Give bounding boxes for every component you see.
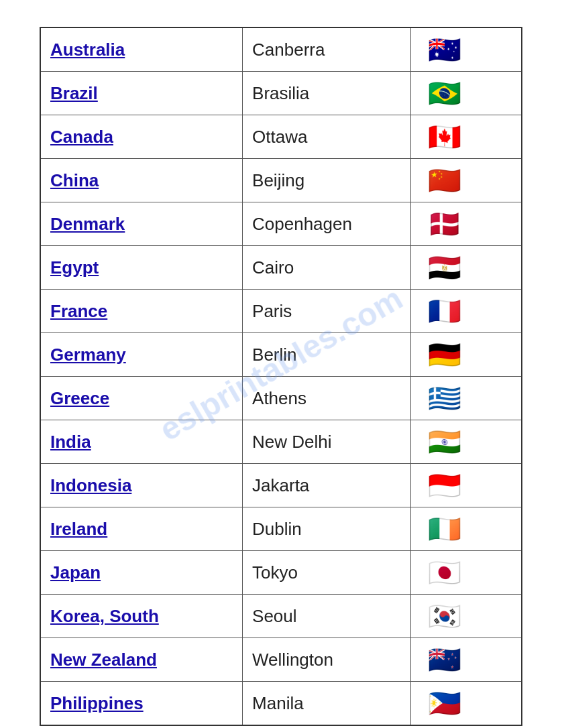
flag-cell: 🇨🇦 (411, 115, 522, 159)
table-row: EgyptCairo🇪🇬 (40, 246, 522, 290)
flag-icon: 🇮🇪 (420, 513, 469, 545)
flag-icon: 🇪🇬 (420, 251, 469, 284)
capital-cell: Beijing (243, 159, 411, 202)
table-row: FranceParis🇫🇷 (40, 290, 522, 333)
country-cell[interactable]: India (40, 420, 243, 464)
table-row: IndonesiaJakarta🇮🇩 (40, 464, 522, 507)
flag-cell: 🇮🇪 (411, 507, 522, 551)
flag-icon: 🇩🇪 (420, 339, 469, 371)
flag-cell: 🇮🇩 (411, 464, 522, 507)
country-cell[interactable]: Indonesia (40, 464, 243, 507)
flag-icon: 🇮🇩 (420, 469, 469, 501)
capital-cell: Paris (243, 290, 411, 333)
flag-icon: 🇫🇷 (420, 295, 469, 327)
table-row: New ZealandWellington🇳🇿 (40, 638, 522, 682)
capital-cell: Tokyo (243, 551, 411, 595)
flag-cell: 🇨🇳 (411, 159, 522, 202)
flag-cell: 🇧🇷 (411, 72, 522, 115)
country-cell[interactable]: Canada (40, 115, 243, 159)
capital-cell: Ottawa (243, 115, 411, 159)
flag-icon: 🇩🇰 (420, 208, 469, 240)
country-cell[interactable]: Greece (40, 377, 243, 420)
flag-cell: 🇩🇪 (411, 333, 522, 377)
country-cell[interactable]: Australia (40, 27, 243, 72)
table-row: PhilippinesManila🇵🇭 (40, 682, 522, 726)
country-cell[interactable]: New Zealand (40, 638, 243, 682)
table-row: GreeceAthens🇬🇷 (40, 377, 522, 420)
capital-cell: Jakarta (243, 464, 411, 507)
table-row: ChinaBeijing🇨🇳 (40, 159, 522, 202)
capital-cell: New Delhi (243, 420, 411, 464)
capital-cell: Cairo (243, 246, 411, 290)
flag-icon: 🇵🇭 (420, 687, 469, 719)
flag-icon: 🇧🇷 (420, 77, 469, 109)
flag-cell: 🇦🇺 (411, 27, 522, 72)
capital-cell: Wellington (243, 638, 411, 682)
flag-cell: 🇩🇰 (411, 202, 522, 246)
flag-cell: 🇯🇵 (411, 551, 522, 595)
country-cell[interactable]: Korea, South (40, 595, 243, 638)
country-cell[interactable]: China (40, 159, 243, 202)
table-row: BrazilBrasilia🇧🇷 (40, 72, 522, 115)
capital-cell: Brasilia (243, 72, 411, 115)
table-row: CanadaOttawa🇨🇦 (40, 115, 522, 159)
flag-icon: 🇮🇳 (420, 426, 469, 458)
flag-cell: 🇬🇷 (411, 377, 522, 420)
capital-cell: Manila (243, 682, 411, 726)
country-cell[interactable]: Japan (40, 551, 243, 595)
table-row: AustraliaCanberra🇦🇺 (40, 27, 522, 72)
flag-icon: 🇰🇷 (420, 600, 469, 632)
table-row: GermanyBerlin🇩🇪 (40, 333, 522, 377)
flag-cell: 🇵🇭 (411, 682, 522, 726)
main-container: eslprintables.com AustraliaCanberra🇦🇺Bra… (40, 27, 522, 726)
table-row: Korea, SouthSeoul🇰🇷 (40, 595, 522, 638)
flag-cell: 🇰🇷 (411, 595, 522, 638)
table-row: IndiaNew Delhi🇮🇳 (40, 420, 522, 464)
flag-icon: 🇨🇦 (420, 121, 469, 153)
flag-cell: 🇫🇷 (411, 290, 522, 333)
capital-cell: Berlin (243, 333, 411, 377)
table-row: DenmarkCopenhagen🇩🇰 (40, 202, 522, 246)
country-cell[interactable]: Denmark (40, 202, 243, 246)
flag-cell: 🇳🇿 (411, 638, 522, 682)
flag-cell: 🇮🇳 (411, 420, 522, 464)
flag-icon: 🇨🇳 (420, 164, 469, 196)
capital-cell: Seoul (243, 595, 411, 638)
country-cell[interactable]: Philippines (40, 682, 243, 726)
capital-cell: Dublin (243, 507, 411, 551)
table-row: IrelandDublin🇮🇪 (40, 507, 522, 551)
country-cell[interactable]: Brazil (40, 72, 243, 115)
capital-cell: Canberra (243, 27, 411, 72)
flag-icon: 🇦🇺 (420, 34, 469, 66)
country-cell[interactable]: Germany (40, 333, 243, 377)
table-row: JapanTokyo🇯🇵 (40, 551, 522, 595)
country-cell[interactable]: Ireland (40, 507, 243, 551)
flag-cell: 🇪🇬 (411, 246, 522, 290)
flag-icon: 🇯🇵 (420, 556, 469, 589)
flag-icon: 🇬🇷 (420, 382, 469, 414)
flag-icon: 🇳🇿 (420, 644, 469, 676)
capital-cell: Copenhagen (243, 202, 411, 246)
country-cell[interactable]: Egypt (40, 246, 243, 290)
capital-cell: Athens (243, 377, 411, 420)
country-cell[interactable]: France (40, 290, 243, 333)
countries-table: AustraliaCanberra🇦🇺BrazilBrasilia🇧🇷Canad… (40, 27, 522, 726)
